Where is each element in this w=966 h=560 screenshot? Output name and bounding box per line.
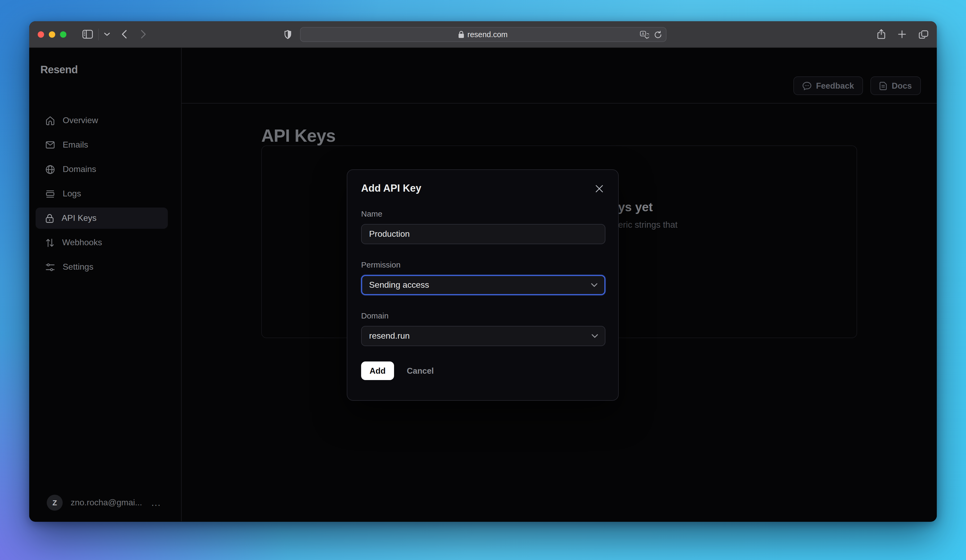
sidebar-item-label: Logs — [62, 189, 81, 198]
svg-text:A: A — [641, 31, 644, 36]
sidebar-toggle-icon[interactable] — [82, 30, 93, 39]
traffic-lights — [38, 31, 66, 38]
domain-select[interactable]: resend.run — [361, 326, 605, 346]
sidebar-item-webhooks[interactable]: Webhooks — [36, 232, 168, 253]
sidebar-item-label: Overview — [62, 116, 98, 125]
permission-select-value: Sending access — [369, 280, 429, 290]
add-button[interactable]: Add — [361, 362, 394, 380]
docs-button[interactable]: Docs — [871, 77, 921, 95]
sidebar-item-label: Emails — [62, 140, 88, 150]
app-content: Resend Overview Emails Domains — [29, 48, 937, 521]
chevron-down-icon — [591, 283, 598, 287]
url-text: resend.com — [467, 30, 508, 39]
feedback-button[interactable]: Feedback — [793, 77, 863, 95]
permission-select[interactable]: Sending access — [361, 275, 605, 295]
sidebar-item-logs[interactable]: Logs — [36, 183, 168, 205]
more-options-icon[interactable]: ... — [151, 500, 161, 505]
empty-state-body-fragment: eric strings that — [618, 220, 678, 230]
docs-label: Docs — [892, 81, 912, 90]
toolbar-separator — [98, 28, 99, 40]
minimize-window-button[interactable] — [49, 31, 55, 38]
back-icon[interactable] — [122, 30, 127, 39]
sidebar-item-emails[interactable]: Emails — [36, 134, 168, 156]
name-input[interactable]: Production — [361, 224, 605, 244]
permission-label: Permission — [361, 260, 605, 269]
cancel-button[interactable]: Cancel — [407, 366, 434, 375]
account-row[interactable]: Z zno.rocha@gmai... ... — [29, 495, 181, 511]
desktop-background: resend.com A — [0, 0, 966, 560]
privacy-shield-icon[interactable] — [284, 29, 291, 39]
home-icon — [46, 116, 55, 125]
add-api-key-modal: Add API Key Name Production Permission S… — [347, 169, 619, 401]
mail-icon — [46, 141, 55, 149]
feedback-label: Feedback — [816, 81, 854, 90]
sidebar-item-api-keys[interactable]: API Keys — [36, 208, 168, 229]
sidebar-item-label: Domains — [62, 165, 96, 174]
translate-icon[interactable]: A — [640, 31, 649, 38]
settings-icon — [46, 263, 55, 271]
page-header: Feedback Docs — [182, 48, 937, 103]
page-title: API Keys — [261, 126, 937, 146]
close-window-button[interactable] — [38, 31, 44, 38]
chevron-down-icon — [591, 334, 598, 338]
close-icon[interactable] — [594, 183, 605, 193]
name-input-value: Production — [369, 229, 410, 239]
sidebar-item-domains[interactable]: Domains — [36, 159, 168, 180]
address-bar[interactable]: resend.com A — [300, 27, 666, 42]
modal-title: Add API Key — [361, 183, 421, 194]
logs-icon — [46, 190, 55, 198]
browser-toolbar: resend.com A — [29, 21, 937, 48]
docs-file-icon — [879, 82, 887, 90]
resend-logo: Resend — [40, 64, 181, 76]
chevron-down-icon[interactable] — [104, 33, 110, 36]
feedback-bubble-icon — [802, 82, 811, 90]
empty-state-heading-fragment: ys yet — [618, 200, 653, 215]
browser-window: resend.com A — [29, 21, 937, 522]
sidebar-item-settings[interactable]: Settings — [36, 256, 168, 278]
share-icon[interactable] — [877, 29, 885, 39]
lock-icon — [458, 31, 464, 38]
reload-icon[interactable] — [654, 31, 661, 38]
domain-label: Domain — [361, 311, 605, 320]
forward-icon[interactable] — [141, 30, 146, 39]
zoom-window-button[interactable] — [60, 31, 66, 38]
avatar: Z — [47, 495, 62, 511]
webhooks-icon — [46, 238, 54, 247]
sidebar-item-label: Webhooks — [62, 238, 102, 247]
account-email: zno.rocha@gmai... — [71, 498, 151, 508]
domain-select-value: resend.run — [369, 331, 410, 341]
tab-overview-icon[interactable] — [919, 30, 928, 38]
sidebar-item-label: API Keys — [62, 213, 97, 223]
lock-icon — [46, 214, 54, 223]
sidebar: Resend Overview Emails Domains — [29, 48, 182, 521]
sidebar-nav: Overview Emails Domains Logs — [29, 110, 181, 281]
sidebar-item-label: Settings — [62, 262, 94, 272]
name-label: Name — [361, 209, 605, 218]
new-tab-icon[interactable] — [898, 30, 906, 38]
globe-icon — [46, 165, 55, 174]
sidebar-item-overview[interactable]: Overview — [36, 110, 168, 131]
